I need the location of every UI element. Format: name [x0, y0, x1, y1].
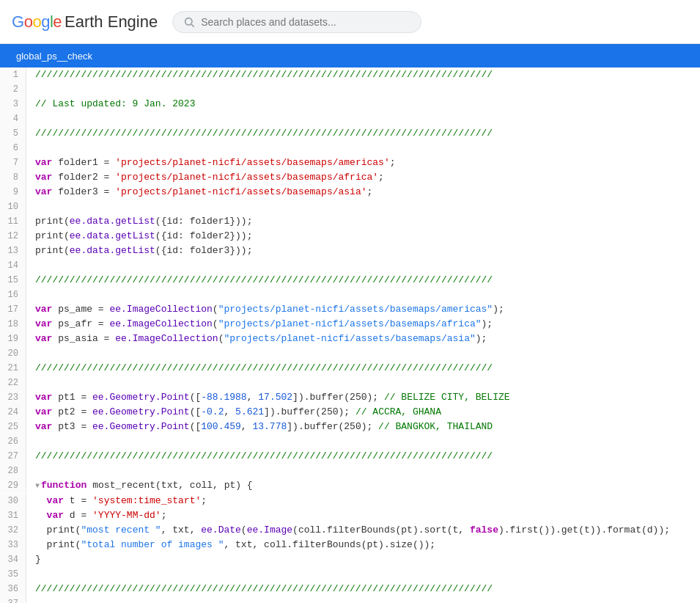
line-num-29: 29 — [0, 478, 26, 493]
google-logo: Google — [12, 12, 62, 32]
line-num-10: 10 — [0, 200, 26, 214]
line-content-13: print(ee.data.getList({id: folder3})); — [26, 244, 252, 258]
search-bar[interactable] — [172, 11, 421, 33]
code-line-34: 34 } — [0, 552, 700, 567]
line-num-7: 7 — [0, 156, 26, 170]
code-line-11: 11 print(ee.data.getList({id: folder1}))… — [0, 214, 700, 229]
line-content-19: var ps_asia = ee.ImageCollection("projec… — [26, 332, 487, 346]
line-content-17: var ps_ame = ee.ImageCollection("project… — [26, 302, 504, 317]
tab-bar: global_ps__check — [0, 44, 700, 67]
line-num-37: 37 — [0, 596, 26, 603]
line-content-32: print("most recent ", txt, ee.Date(ee.Im… — [26, 523, 670, 538]
code-editor: 1 //////////////////////////////////////… — [0, 67, 700, 603]
code-line-7: 7 var folder1 = 'projects/planet-nicfi/a… — [0, 156, 700, 170]
line-num-5: 5 — [0, 126, 26, 141]
code-line-17: 17 var ps_ame = ee.ImageCollection("proj… — [0, 302, 700, 317]
line-content-29: ▼function most_recent(txt, coll, pt) { — [26, 478, 253, 494]
line-num-9: 9 — [0, 185, 26, 200]
code-line-35: 35 — [0, 567, 700, 582]
line-num-25: 25 — [0, 420, 26, 434]
line-num-14: 14 — [0, 258, 26, 273]
line-num-13: 13 — [0, 244, 26, 258]
code-line-8: 8 var folder2 = 'projects/planet-nicfi/a… — [0, 170, 700, 185]
code-line-33: 33 print("total number of images ", txt,… — [0, 538, 700, 552]
code-line-9: 9 var folder3 = 'projects/planet-nicfi/a… — [0, 185, 700, 200]
logo: Google Earth Engine — [12, 12, 158, 32]
code-line-27: 27 /////////////////////////////////////… — [0, 449, 700, 464]
line-num-23: 23 — [0, 390, 26, 405]
code-line-26: 26 — [0, 434, 700, 449]
code-line-14: 14 — [0, 258, 700, 273]
code-line-13: 13 print(ee.data.getList({id: folder3}))… — [0, 244, 700, 258]
code-line-3: 3 // Last updated: 9 Jan. 2023 — [0, 97, 700, 112]
code-line-18: 18 var ps_afr = ee.ImageCollection("proj… — [0, 317, 700, 332]
svg-line-1 — [191, 24, 194, 27]
code-line-20: 20 — [0, 346, 700, 361]
line-content-30: var t = 'system:time_start'; — [26, 494, 207, 508]
line-content-21: ////////////////////////////////////////… — [26, 361, 493, 376]
code-line-4: 4 — [0, 112, 700, 126]
line-content-33: print("total number of images ", txt, co… — [26, 538, 435, 552]
line-num-11: 11 — [0, 214, 26, 229]
line-num-2: 2 — [0, 82, 26, 97]
line-num-33: 33 — [0, 538, 26, 552]
line-num-28: 28 — [0, 464, 26, 478]
line-num-1: 1 — [0, 67, 26, 82]
line-content-11: print(ee.data.getList({id: folder1})); — [26, 214, 252, 229]
line-num-6: 6 — [0, 141, 26, 156]
line-num-17: 17 — [0, 302, 26, 317]
code-line-24: 24 var pt2 = ee.Geometry.Point([-0.2, 5.… — [0, 405, 700, 420]
code-line-36: 36 /////////////////////////////////////… — [0, 582, 700, 596]
line-num-27: 27 — [0, 449, 26, 464]
code-line-37: 37 — [0, 596, 700, 603]
tab-label[interactable]: global_ps__check — [7, 48, 101, 65]
line-num-3: 3 — [0, 97, 26, 112]
line-num-35: 35 — [0, 567, 26, 582]
search-icon — [183, 16, 195, 28]
line-content-25: var pt3 = ee.Geometry.Point([100.459, 13… — [26, 420, 493, 434]
line-num-32: 32 — [0, 523, 26, 538]
line-num-8: 8 — [0, 170, 26, 185]
line-num-16: 16 — [0, 288, 26, 302]
line-content-5: ////////////////////////////////////////… — [26, 126, 493, 141]
code-line-21: 21 /////////////////////////////////////… — [0, 361, 700, 376]
line-num-22: 22 — [0, 376, 26, 390]
code-line-23: 23 var pt1 = ee.Geometry.Point([-88.1988… — [0, 390, 700, 405]
code-line-22: 22 — [0, 376, 700, 390]
app-header: Google Earth Engine — [0, 0, 700, 44]
line-content-15: ////////////////////////////////////////… — [26, 273, 493, 288]
line-num-20: 20 — [0, 346, 26, 361]
code-line-25: 25 var pt3 = ee.Geometry.Point([100.459,… — [0, 420, 700, 434]
line-num-30: 30 — [0, 494, 26, 508]
code-line-6: 6 — [0, 141, 700, 156]
line-num-26: 26 — [0, 434, 26, 449]
search-input[interactable] — [201, 16, 410, 28]
line-content-34: } — [26, 552, 41, 567]
line-content-7: var folder1 = 'projects/planet-nicfi/ass… — [26, 156, 396, 170]
line-num-31: 31 — [0, 508, 26, 523]
line-num-4: 4 — [0, 112, 26, 126]
line-content-9: var folder3 = 'projects/planet-nicfi/ass… — [26, 185, 372, 200]
line-content-27: ////////////////////////////////////////… — [26, 449, 493, 464]
code-line-19: 19 var ps_asia = ee.ImageCollection("pro… — [0, 332, 700, 346]
line-content-12: print(ee.data.getList({id: folder2})); — [26, 229, 252, 244]
code-line-10: 10 — [0, 200, 700, 214]
line-num-24: 24 — [0, 405, 26, 420]
code-line-28: 28 — [0, 464, 700, 478]
code-line-29: 29 ▼function most_recent(txt, coll, pt) … — [0, 478, 700, 494]
line-num-12: 12 — [0, 229, 26, 244]
line-content-36: ////////////////////////////////////////… — [26, 582, 493, 596]
line-num-21: 21 — [0, 361, 26, 376]
code-line-1: 1 //////////////////////////////////////… — [0, 67, 700, 82]
code-line-32: 32 print("most recent ", txt, ee.Date(ee… — [0, 523, 700, 538]
line-content-1: ////////////////////////////////////////… — [26, 67, 493, 82]
code-line-15: 15 /////////////////////////////////////… — [0, 273, 700, 288]
svg-point-0 — [185, 18, 192, 24]
line-num-18: 18 — [0, 317, 26, 332]
code-line-2: 2 — [0, 82, 700, 97]
code-line-31: 31 var d = 'YYYY-MM-dd'; — [0, 508, 700, 523]
code-line-16: 16 — [0, 288, 700, 302]
line-content-24: var pt2 = ee.Geometry.Point([-0.2, 5.621… — [26, 405, 441, 420]
line-num-34: 34 — [0, 552, 26, 567]
line-num-36: 36 — [0, 582, 26, 596]
